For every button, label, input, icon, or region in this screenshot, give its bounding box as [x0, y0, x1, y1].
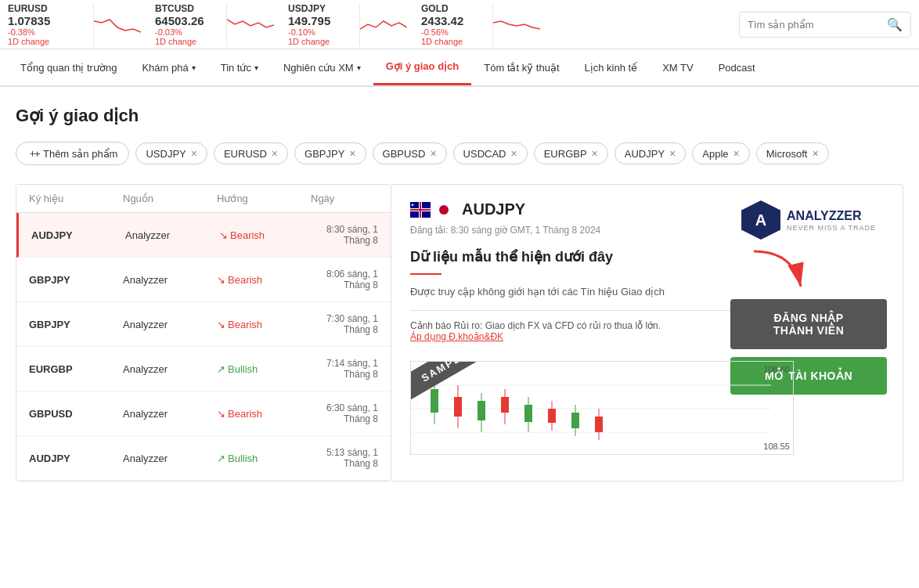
main-layout: Ký hiệu Nguồn Hướng Ngày AUDJPY Analyzze…: [16, 184, 903, 482]
filter-chip-eurusd[interactable]: EURUSD ×: [214, 142, 288, 164]
cell-direction: ↘ Bearish: [217, 319, 311, 330]
nav-item-kham-pha[interactable]: Khám phá ▾: [129, 51, 207, 85]
filter-chip-usdcad[interactable]: USDCAD ×: [453, 142, 528, 164]
chevron-down-icon: ▾: [192, 63, 196, 72]
cell-symbol: AUDJPY: [31, 229, 125, 241]
cell-source: Analyzzer: [123, 363, 217, 375]
detail-title: AUDJPY: [462, 200, 525, 218]
nav-item-tong-quan[interactable]: Tổng quan thị trường: [8, 51, 129, 85]
eurusd-mini-chart: [94, 13, 141, 35]
svg-point-7: [439, 205, 449, 215]
filter-chip-audjpy[interactable]: AUDJPY ×: [614, 142, 686, 164]
remove-icon[interactable]: ×: [511, 147, 517, 160]
ticker-usdjpy-symbol: USDJPY: [288, 3, 345, 14]
table-row[interactable]: AUDJPY Analyzzer ↗ Bullish 5:13 sáng, 1 …: [16, 436, 391, 481]
analyzer-brand: ANALYZZER NEVER MISS A TRADE: [787, 208, 876, 231]
nav-bar: Tổng quan thị trường Khám phá ▾ Tin tức …: [0, 49, 919, 87]
filter-chip-gbpusd[interactable]: GBPUSD ×: [373, 142, 447, 164]
filter-row: ＋ + Thêm sản phẩm USDJPY × EURUSD × GBPJ…: [16, 142, 903, 165]
nav-item-tin-tuc[interactable]: Tin tức ▾: [208, 51, 271, 85]
ticker-usdjpy-change: -0.10% 1D change: [288, 27, 345, 46]
remove-icon[interactable]: ×: [349, 147, 355, 160]
cell-symbol: GBPUSD: [29, 408, 123, 420]
cell-direction: ↘ Bearish: [217, 274, 311, 286]
ticker-gold-price: 2433.42: [421, 14, 478, 27]
nav-item-goi-y[interactable]: Gợi ý giao dịch: [373, 49, 472, 85]
search-area: 🔍: [739, 12, 911, 38]
sample-chart-area: SAMPLE 108.60 108.55: [410, 361, 794, 455]
analyzer-tagline: NEVER MISS A TRADE: [787, 224, 876, 232]
login-button[interactable]: ĐĂNG NHẬP THÀNH VIÊN: [730, 299, 887, 349]
table-row[interactable]: GBPJPY Analyzzer ↘ Bearish 8:06 sáng, 1 …: [16, 258, 391, 302]
svg-rect-19: [501, 397, 509, 413]
btcusd-mini-chart: [227, 13, 274, 35]
arrow-up-icon: ↗: [217, 363, 225, 375]
nav-item-tom-tat[interactable]: Tóm tắt kỹ thuật: [471, 51, 571, 85]
flag-jp-icon: [434, 202, 454, 218]
arrow-icon: [746, 247, 816, 294]
table-row[interactable]: GBPUSD Analyzzer ↘ Bearish 6:30 sáng, 1 …: [16, 391, 391, 436]
cell-direction: ↗ Bullish: [217, 453, 311, 464]
remove-icon[interactable]: ×: [733, 147, 740, 160]
ticker-btcusd-change: -0.03% 1D change: [155, 27, 212, 46]
cell-date: 8:06 sáng, 1 Tháng 8: [311, 269, 378, 290]
cell-source: Analyzzer: [123, 274, 217, 286]
nav-item-nghien-cuu[interactable]: Nghiên cứu XM ▾: [271, 51, 373, 85]
add-product-button[interactable]: ＋ + Thêm sản phẩm: [16, 142, 129, 165]
table-row[interactable]: AUDJPY Analyzzer ↘ Bearish 8:30 sáng, 1 …: [16, 213, 391, 258]
nav-item-lich-kinh-te[interactable]: Lịch kinh tế: [572, 51, 651, 85]
remove-icon[interactable]: ×: [812, 147, 818, 160]
svg-rect-21: [524, 405, 532, 422]
flag-icons: [410, 202, 454, 218]
risk-link[interactable]: Áp dụng Đ.khoản&ĐK: [410, 331, 503, 342]
table-header: Ký hiệu Nguồn Hướng Ngày: [16, 185, 391, 213]
col-header-symbol: Ký hiệu: [29, 193, 123, 204]
ticker-gold[interactable]: GOLD 2433.42 -0.56% 1D change: [407, 3, 493, 46]
flag-au-icon: [410, 202, 431, 218]
col-header-source: Nguồn: [123, 193, 217, 204]
filter-chip-microsoft[interactable]: Microsoft ×: [756, 142, 829, 164]
gold-mini-chart: [493, 13, 540, 35]
cell-date: 7:14 sáng, 1 Tháng 8: [311, 358, 378, 380]
nav-item-podcast[interactable]: Podcast: [706, 51, 768, 85]
cell-source: Analyzzer: [123, 408, 217, 420]
usdjpy-mini-chart: [360, 13, 407, 35]
ticker-eurusd-change: -0.38% 1D change: [8, 27, 79, 46]
arrow-down-icon: ↘: [219, 229, 228, 241]
filter-chip-apple[interactable]: Apple ×: [692, 142, 749, 164]
search-box[interactable]: 🔍: [739, 12, 911, 38]
candlestick-chart: [411, 362, 771, 455]
filter-chip-gbpjpy[interactable]: GBPJPY ×: [294, 142, 366, 164]
cell-date: 5:13 sáng, 1 Tháng 8: [311, 447, 378, 469]
ticker-btcusd-symbol: BTCUSD: [155, 3, 212, 14]
ticker-eurusd[interactable]: EURUSD 1.07835 -0.38% 1D change: [8, 3, 94, 46]
arrow-down-icon: ↘: [217, 319, 225, 330]
ticker-usdjpy[interactable]: USDJPY 149.795 -0.10% 1D change: [274, 3, 360, 46]
svg-rect-27: [595, 417, 603, 432]
remove-icon[interactable]: ×: [669, 147, 676, 160]
remove-icon[interactable]: ×: [592, 147, 598, 160]
page-content: Gợi ý giao dịch ＋ + Thêm sản phẩm USDJPY…: [0, 87, 919, 500]
table-row[interactable]: EURGBP Analyzzer ↗ Bullish 7:14 sáng, 1 …: [16, 347, 391, 391]
cell-date: 6:30 sáng, 1 Tháng 8: [311, 402, 378, 424]
search-input[interactable]: [748, 19, 887, 31]
remove-icon[interactable]: ×: [272, 147, 278, 160]
signal-table: Ký hiệu Nguồn Hướng Ngày AUDJPY Analyzze…: [16, 184, 391, 482]
arrow-down-icon: ↘: [217, 408, 225, 420]
ticker-gold-symbol: GOLD: [421, 3, 478, 14]
filter-chip-eurgbp[interactable]: EURGBP ×: [534, 142, 608, 164]
analyzer-logo: A ANALYZZER NEVER MISS A TRADE: [741, 200, 876, 240]
cell-symbol: GBPJPY: [29, 274, 123, 286]
ticker-eurusd-symbol: EURUSD: [8, 3, 79, 14]
remove-icon[interactable]: ×: [191, 147, 197, 160]
ticker-btcusd[interactable]: BTCUSD 64503.26 -0.03% 1D change: [141, 3, 227, 46]
chevron-down-icon: ▾: [357, 63, 361, 72]
nav-item-xm-tv[interactable]: XM TV: [650, 51, 706, 85]
cell-date: 7:30 sáng, 1 Tháng 8: [311, 313, 378, 335]
cell-direction: ↘ Bearish: [219, 229, 313, 241]
cell-source: Analyzzer: [123, 319, 217, 330]
chart-low-value: 108.55: [763, 442, 790, 451]
remove-icon[interactable]: ×: [430, 147, 436, 160]
table-row[interactable]: GBPJPY Analyzzer ↘ Bearish 7:30 sáng, 1 …: [16, 302, 391, 347]
filter-chip-usdjpy[interactable]: USDJPY ×: [135, 142, 207, 164]
